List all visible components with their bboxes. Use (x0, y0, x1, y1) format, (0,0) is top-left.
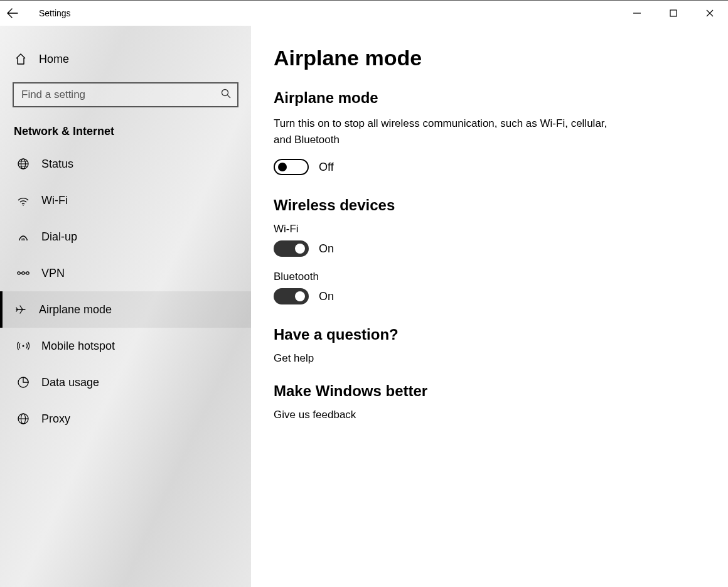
svg-point-11 (26, 239, 28, 240)
sidebar-item-label: Status (41, 158, 73, 171)
hotspot-icon (16, 339, 30, 353)
airplane-mode-toggle-label: Off (319, 161, 334, 174)
svg-rect-1 (670, 10, 677, 16)
give-feedback-link[interactable]: Give us feedback (274, 409, 356, 421)
sidebar-home-label: Home (39, 53, 69, 66)
titlebar: Settings (0, 1, 728, 26)
sidebar-home[interactable]: Home (0, 45, 251, 73)
sidebar-item-label: Data usage (41, 376, 99, 389)
sidebar-item-proxy[interactable]: Proxy (0, 401, 251, 437)
globe-icon (16, 157, 30, 171)
sidebar-item-dialup[interactable]: Dial-up (0, 218, 251, 255)
sidebar-item-mobile-hotspot[interactable]: Mobile hotspot (0, 328, 251, 364)
sidebar-item-label: Proxy (41, 412, 70, 426)
sidebar-item-label: Wi-Fi (41, 194, 68, 207)
sidebar-item-status[interactable]: Status (0, 146, 251, 182)
section-heading-airplane: Airplane mode (274, 89, 705, 107)
main-content: Airplane mode Airplane mode Turn this on… (251, 26, 728, 587)
airplane-mode-description: Turn this on to stop all wireless commun… (274, 116, 625, 148)
maximize-button[interactable] (655, 1, 692, 26)
airplane-icon (14, 303, 28, 316)
back-button[interactable] (0, 1, 25, 26)
get-help-link[interactable]: Get help (274, 352, 314, 365)
proxy-icon (16, 412, 30, 426)
section-heading-wireless: Wireless devices (274, 197, 705, 214)
close-icon (706, 9, 714, 17)
bluetooth-toggle-label: On (319, 290, 334, 303)
dialup-icon (16, 230, 30, 244)
sidebar-item-data-usage[interactable]: Data usage (0, 364, 251, 401)
wifi-device-label: Wi-Fi (274, 223, 705, 235)
maximize-icon (670, 9, 677, 17)
vpn-icon (16, 266, 30, 280)
sidebar-item-label: Dial-up (41, 230, 77, 244)
svg-point-20 (23, 345, 24, 347)
minimize-icon (633, 9, 641, 17)
bluetooth-device-label: Bluetooth (274, 271, 705, 283)
close-button[interactable] (692, 1, 728, 26)
sidebar-item-label: Mobile hotspot (41, 340, 115, 353)
sidebar-item-airplane-mode[interactable]: Airplane mode (0, 291, 251, 328)
wifi-toggle[interactable] (274, 240, 309, 257)
wifi-icon (16, 193, 30, 207)
minimize-button[interactable] (619, 1, 655, 26)
sidebar-section-title: Network & Internet (14, 125, 251, 138)
search-input[interactable] (13, 82, 238, 107)
home-icon (14, 52, 28, 66)
arrow-left-icon (7, 8, 18, 19)
svg-point-17 (22, 272, 24, 274)
svg-point-16 (26, 272, 29, 274)
svg-point-9 (23, 205, 24, 206)
wifi-toggle-label: On (319, 242, 334, 256)
sidebar: Home Network & Internet Status Wi-Fi (0, 26, 251, 587)
sidebar-item-label: Airplane mode (39, 303, 112, 316)
sidebar-item-wifi[interactable]: Wi-Fi (0, 182, 251, 218)
svg-point-15 (18, 272, 20, 274)
page-title: Airplane mode (274, 46, 705, 70)
svg-point-10 (19, 239, 20, 240)
sidebar-item-vpn[interactable]: VPN (0, 255, 251, 291)
bluetooth-toggle[interactable] (274, 288, 309, 304)
app-title: Settings (39, 8, 71, 18)
section-heading-feedback: Make Windows better (274, 382, 705, 400)
section-heading-question: Have a question? (274, 326, 705, 343)
airplane-mode-toggle[interactable] (274, 159, 309, 175)
sidebar-item-label: VPN (41, 267, 65, 280)
data-usage-icon (16, 375, 30, 389)
